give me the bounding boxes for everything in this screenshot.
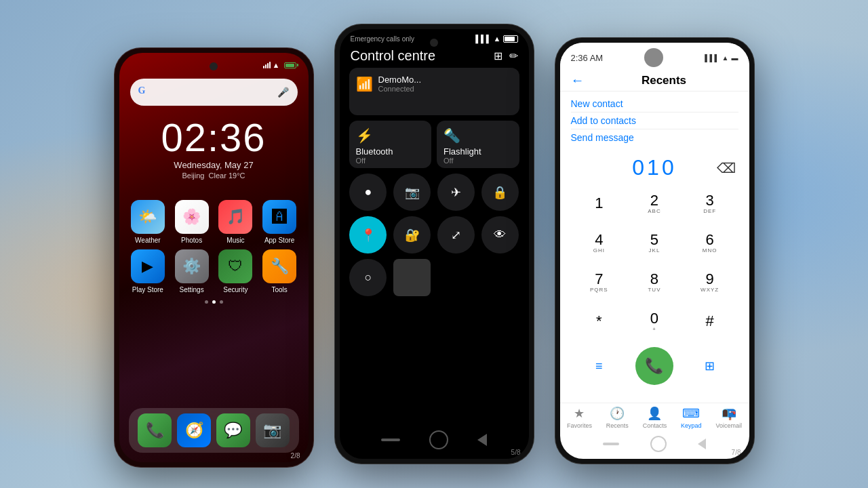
app-appstore[interactable]: 🅰 App Store — [260, 200, 299, 244]
app-settings[interactable]: ⚙️ Settings — [172, 249, 211, 293]
key-hash[interactable]: # — [684, 304, 736, 339]
cc-nav-home[interactable] — [429, 430, 448, 449]
dialer-nav-square[interactable] — [603, 443, 619, 445]
cc-camera — [430, 39, 438, 47]
dock-camera[interactable]: 📷 — [256, 413, 290, 447]
new-contact-link[interactable]: New contact — [571, 96, 738, 113]
backspace-button[interactable]: ⌫ — [717, 160, 736, 176]
key-7[interactable]: 7 PQRS — [574, 264, 625, 300]
status-icons: ▲ — [263, 61, 296, 69]
tab-keypad[interactable]: ⌨ Keypad — [681, 406, 702, 429]
voicemail-action-btn[interactable]: ≡ — [584, 351, 614, 381]
settings-label: Settings — [180, 286, 204, 293]
clock-date: Wednesday, May 27 — [119, 160, 309, 170]
app-weather[interactable]: 🌤️ Weather — [129, 200, 167, 244]
cc-signal-bars-icon: 📶 — [356, 76, 373, 92]
contacts-label: Contacts — [643, 422, 667, 429]
key-0[interactable]: 0 + — [629, 304, 680, 339]
search-bar[interactable]: G 🎤 — [130, 79, 298, 106]
dot-1 — [205, 300, 208, 304]
appstore-icon: 🅰 — [262, 200, 296, 234]
dock-phone[interactable]: 📞 — [138, 413, 172, 447]
key-6[interactable]: 6 MNO — [684, 225, 736, 260]
dot-2-active — [212, 300, 216, 304]
key-2[interactable]: 2 ABC — [629, 186, 680, 221]
cc-tile-small[interactable] — [393, 259, 431, 296]
keypad-toggle-btn[interactable]: ⊞ — [695, 351, 725, 381]
security-label: Security — [223, 286, 248, 293]
cc-btn-8[interactable]: ○ — [349, 259, 387, 296]
cc-btn-2[interactable]: 📷 — [393, 174, 431, 211]
dock-messages[interactable]: 💬 — [216, 413, 250, 447]
key-3[interactable]: 3 DEF — [684, 186, 736, 221]
key-5[interactable]: 5 JKL — [629, 225, 680, 260]
cc-network-tile[interactable]: 📶 DemoMo... Connected — [349, 68, 519, 115]
dialer-nav-back[interactable] — [698, 439, 706, 449]
playstore-icon: ▶ — [131, 249, 165, 283]
app-tools[interactable]: 🔧 Tools — [260, 249, 299, 293]
appstore-label: App Store — [264, 237, 294, 244]
cc-bluetooth-tile[interactable]: ⚡ Bluetooth Off — [349, 121, 432, 168]
tab-recents[interactable]: 🕐 Recents — [606, 406, 629, 429]
cc-wifi: ▲ — [494, 35, 501, 43]
dialer-actions: New contact Add to contacts Send message — [560, 92, 749, 150]
cc-btn-5[interactable]: 🔐 — [393, 216, 431, 253]
key-9[interactable]: 9 WXYZ — [684, 264, 736, 300]
cc-network-name: DemoMo... — [378, 75, 422, 85]
playstore-label: Play Store — [132, 286, 163, 293]
back-button[interactable]: ← — [571, 73, 585, 88]
dialer-nav-home[interactable] — [650, 436, 667, 452]
cc-btn-6[interactable]: ⤢ — [437, 216, 475, 253]
phone1-wrapper: ▲ G 🎤 02:36 Wednesday, May 27 — [114, 34, 314, 454]
app-music[interactable]: 🎵 Music — [216, 200, 255, 244]
cc-edit-icon[interactable]: ✏ — [509, 49, 518, 62]
emergency-text: Emergency calls only — [351, 35, 414, 43]
security-icon: 🛡 — [218, 249, 252, 283]
key-1[interactable]: 1 — [574, 186, 625, 221]
tools-label: Tools — [271, 286, 287, 293]
cc-flashlight-tile[interactable]: 🔦 Flashlight Off — [437, 121, 519, 168]
cc-btn-airplane[interactable]: ✈ — [437, 174, 475, 211]
cc-signal-area: 📶 DemoMo... Connected — [356, 75, 513, 93]
dialer-status-bar: 2:36 AM ▌▌▌ ▲ ▬ — [560, 43, 749, 67]
cc-btn-location[interactable]: 📍 — [349, 216, 387, 253]
favorites-label: Favorites — [567, 422, 592, 429]
app-photos[interactable]: 🌸 Photos — [172, 200, 211, 244]
phone1: ▲ G 🎤 02:36 Wednesday, May 27 — [114, 47, 314, 468]
key-star[interactable]: * — [574, 304, 625, 339]
cc-bottom-nav — [340, 430, 529, 449]
cc-nav-square[interactable] — [381, 439, 400, 441]
cc-btn-7[interactable]: 👁 — [481, 216, 519, 253]
wifi-icon: ▲ — [273, 61, 280, 69]
tab-favorites[interactable]: ★ Favorites — [567, 406, 592, 429]
cc-network-status: Connected — [378, 85, 422, 93]
recents-icon: 🕐 — [610, 406, 625, 421]
phone3-screen: 2:36 AM ▌▌▌ ▲ ▬ ← Recents New contact — [560, 43, 749, 459]
clock-weather: Beijing Clear 19°C — [119, 171, 309, 180]
dialer-avatar-small — [644, 48, 663, 67]
app-security[interactable]: 🛡 Security — [216, 249, 255, 293]
send-message-link[interactable]: Send message — [571, 129, 738, 146]
dock-safari[interactable]: 🧭 — [177, 413, 211, 447]
dialer-status-icons: ▌▌▌ ▲ ▬ — [705, 54, 738, 62]
photos-label: Photos — [181, 237, 202, 244]
keypad-icon: ⌨ — [682, 406, 700, 421]
dialer-nav — [560, 436, 749, 452]
key-8[interactable]: 8 TUV — [629, 264, 680, 300]
cc-grid-icon[interactable]: ⊞ — [494, 49, 502, 62]
tab-contacts[interactable]: 👤 Contacts — [643, 406, 667, 429]
dialer-number: 010 — [632, 155, 676, 180]
add-contacts-link[interactable]: Add to contacts — [571, 113, 738, 129]
app-playstore[interactable]: ▶ Play Store — [129, 249, 167, 293]
dialer-keypad: 1 2 ABC 3 DEF 4 — [560, 186, 749, 339]
phone2: Emergency calls only ▌▌▌ ▲ Control centr… — [334, 24, 534, 464]
cc-btn-1[interactable]: ● — [349, 174, 387, 211]
cc-nav-back[interactable] — [477, 434, 487, 446]
bluetooth-icon: ⚡ — [356, 127, 425, 144]
call-button[interactable]: 📞 — [635, 347, 673, 385]
app-dock: 📞 🧭 💬 📷 — [129, 408, 299, 453]
key-4[interactable]: 4 GHI — [574, 225, 625, 260]
mic-icon[interactable]: 🎤 — [277, 86, 290, 98]
tab-voicemail[interactable]: 📭 Voicemail — [715, 406, 742, 429]
cc-btn-lock[interactable]: 🔒 — [481, 174, 519, 211]
